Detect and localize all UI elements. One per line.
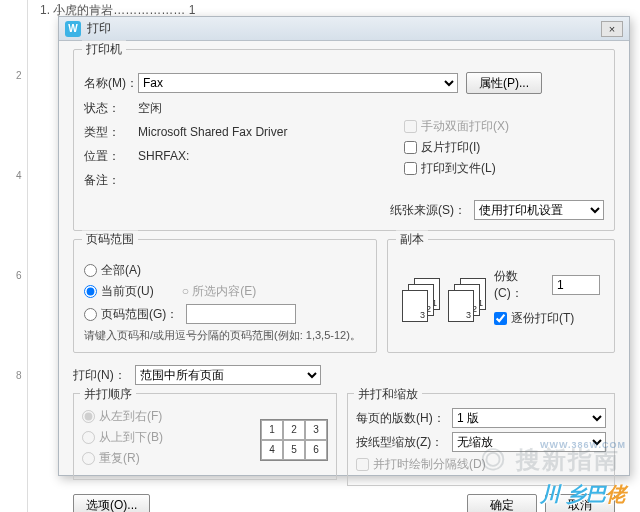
label-per-sheet: 每页的版数(H)： xyxy=(356,410,452,427)
ok-button[interactable]: 确定 xyxy=(467,494,537,512)
chk-invert-input[interactable] xyxy=(404,141,417,154)
collate-preview-2: 123 xyxy=(448,278,486,322)
chk-collate-input[interactable] xyxy=(494,312,507,325)
paper-source-select[interactable]: 使用打印机设置 xyxy=(474,200,604,220)
dialog-title: 打印 xyxy=(87,20,111,37)
chk-duplex[interactable]: 手动双面打印(X) xyxy=(404,118,604,135)
legend-order: 并打顺序 xyxy=(80,386,136,403)
range-hint: 请键入页码和/或用逗号分隔的页码范围(例如: 1,3,5-12)。 xyxy=(84,328,366,342)
ruler-left: 2 4 6 8 xyxy=(18,0,28,512)
label-current: 当前页(U) xyxy=(101,283,154,300)
group-range: 页码范围 全部(A) 当前页(U) ○ 所选内容(E) 页码范围(G)： 请键入… xyxy=(73,239,377,353)
label-copies: 份数(C)： xyxy=(494,268,544,302)
per-sheet-select[interactable]: 1 版 xyxy=(452,408,606,428)
label-paper-source: 纸张来源(S)： xyxy=(390,202,466,219)
value-status: 空闲 xyxy=(138,100,390,117)
label-where: 位置： xyxy=(84,148,138,165)
radio-repeat xyxy=(82,452,95,465)
label-scale: 按纸型缩放(Z)： xyxy=(356,434,452,451)
group-order: 并打顺序 从左到右(F) 从上到下(B) 重复(R) 123 456 xyxy=(73,393,337,480)
radio-tb xyxy=(82,431,95,444)
print-dialog: W 打印 × 打印机 名称(M)： Fax 属性(P)... 状态：空闲 xyxy=(58,16,630,476)
legend-range: 页码范围 xyxy=(82,231,138,248)
label-all: 全部(A) xyxy=(101,262,141,279)
group-copies: 副本 123 123 份数(C)： 逐 xyxy=(387,239,615,353)
label-type: 类型： xyxy=(84,124,138,141)
chk-tofile-input[interactable] xyxy=(404,162,417,175)
radio-lr xyxy=(82,410,95,423)
legend-scale: 并打和缩放 xyxy=(354,386,422,403)
printer-name-select[interactable]: Fax xyxy=(138,73,458,93)
pages-input[interactable] xyxy=(186,304,296,324)
copies-input[interactable] xyxy=(552,275,600,295)
label-status: 状态： xyxy=(84,100,138,117)
titlebar: W 打印 × xyxy=(59,17,629,41)
legend-printer: 打印机 xyxy=(82,41,126,58)
radio-all[interactable] xyxy=(84,264,97,277)
watermark-url: WWW.386W.COM xyxy=(540,440,626,450)
chk-drawlines: 并打时绘制分隔线(D) xyxy=(356,456,606,473)
label-print-scope: 打印(N)： xyxy=(73,367,135,384)
close-button[interactable]: × xyxy=(601,21,623,37)
chk-collate[interactable]: 逐份打印(T) xyxy=(494,310,600,327)
radio-selection: ○ 所选内容(E) xyxy=(182,283,257,300)
print-scope-select[interactable]: 范围中所有页面 xyxy=(135,365,321,385)
radio-pages[interactable] xyxy=(84,308,97,321)
chk-duplex-input[interactable] xyxy=(404,120,417,133)
cancel-button[interactable]: 取消 xyxy=(545,494,615,512)
chk-invert[interactable]: 反片打印(I) xyxy=(404,139,604,156)
group-printer: 打印机 名称(M)： Fax 属性(P)... 状态：空闲 类型：Microso… xyxy=(73,49,615,231)
legend-copies: 副本 xyxy=(396,231,428,248)
radio-current[interactable] xyxy=(84,285,97,298)
options-button[interactable]: 选项(O)... xyxy=(73,494,150,512)
label-pages: 页码范围(G)： xyxy=(101,306,178,323)
properties-button[interactable]: 属性(P)... xyxy=(466,72,542,94)
value-type: Microsoft Shared Fax Driver xyxy=(138,125,390,139)
value-where: SHRFAX: xyxy=(138,149,390,163)
order-keypad: 123 456 xyxy=(260,419,328,461)
chk-tofile[interactable]: 打印到文件(L) xyxy=(404,160,604,177)
chk-drawlines-input xyxy=(356,458,369,471)
collate-preview-1: 123 xyxy=(402,278,440,322)
label-comment: 备注： xyxy=(84,172,138,189)
app-icon: W xyxy=(65,21,81,37)
label-name: 名称(M)： xyxy=(84,75,138,92)
